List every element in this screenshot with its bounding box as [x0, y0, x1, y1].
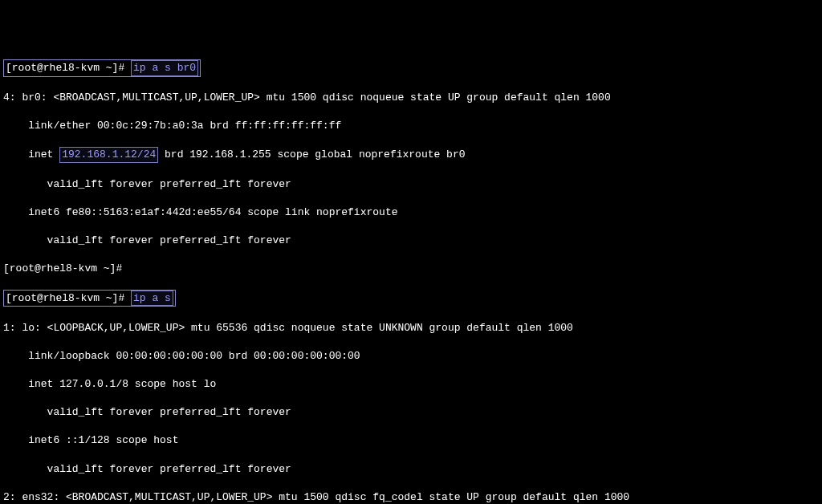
- output-line: link/loopback 00:00:00:00:00:00 brd 00:0…: [3, 349, 819, 364]
- output-line: inet6 ::1/128 scope host: [3, 433, 819, 448]
- shell-prompt: [root@rhel8-kvm ~]#: [3, 262, 819, 276]
- shell-prompt: [root@rhel8-kvm ~]# ip a s: [3, 290, 176, 307]
- output-line: valid_lft forever preferred_lft forever: [3, 462, 819, 477]
- shell-prompt: [root@rhel8-kvm ~]# ip a s br0: [3, 59, 201, 77]
- output-line: 4: br0: <BROADCAST,MULTICAST,UP,LOWER_UP…: [3, 91, 819, 105]
- output-line: inet 192.168.1.12/24 brd 192.168.1.255 s…: [3, 147, 819, 163]
- output-line: inet 127.0.0.1/8 scope host lo: [3, 377, 819, 392]
- terminal-line: [root@rhel8-kvm ~]# ip a s: [3, 290, 819, 307]
- output-line: valid_lft forever preferred_lft forever: [3, 177, 819, 192]
- output-line: 1: lo: <LOOPBACK,UP,LOWER_UP> mtu 65536 …: [3, 321, 819, 335]
- output-line: inet6 fe80::5163:e1af:442d:ee55/64 scope…: [3, 205, 819, 220]
- output-line: 2: ens32: <BROADCAST,MULTICAST,UP,LOWER_…: [3, 490, 819, 504]
- output-line: valid_lft forever preferred_lft forever: [3, 405, 819, 420]
- command-text: ip a s br0: [131, 60, 198, 76]
- output-line: link/ether 00:0c:29:7b:a0:3a brd ff:ff:f…: [3, 119, 819, 133]
- command-text: ip a s: [131, 291, 173, 307]
- ip-address: 192.168.1.12/24: [59, 147, 158, 163]
- terminal-line: [root@rhel8-kvm ~]# ip a s br0: [3, 59, 819, 77]
- output-line: valid_lft forever preferred_lft forever: [3, 234, 819, 248]
